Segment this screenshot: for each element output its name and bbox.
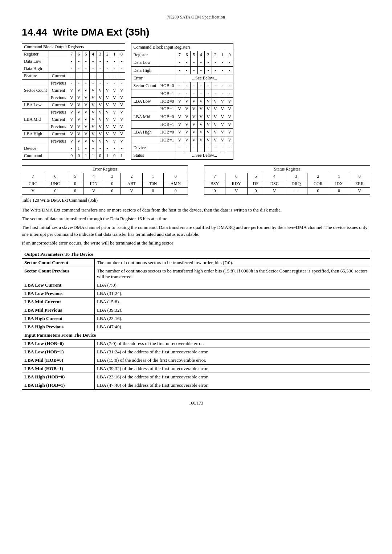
page-footer: 160/173 [22, 401, 370, 406]
parameter-table: Output Parameters To The Device Sector C… [22, 250, 370, 390]
table-row: LBA Mid (HOB=0) LBA (15:8) of the addres… [22, 356, 370, 364]
table-row: Data Low -------- [22, 58, 125, 65]
table-row: Data High -------- [22, 65, 125, 73]
table-row: Sector Count Previous The number of cont… [22, 267, 370, 281]
table-row: V 0 0 V 0 V 0 0 [22, 188, 188, 195]
status-register-table: Status Register 7 6 5 4 3 2 1 0 BSY RDY … [204, 165, 370, 195]
table-row: HOB=1 -------- [131, 90, 233, 97]
input-param-header: Input Parameters From The Device [22, 331, 370, 339]
table-caption: Table 128 Write DMA Ext Command (35h) [22, 198, 370, 203]
table-row: LBA High HOB=0 VVVVVVVV [131, 128, 233, 136]
table-row: Device -1------ [22, 145, 125, 152]
table-row: LBA Low (HOB=1) LBA (31:24) of the addre… [22, 348, 370, 356]
body-paragraph-2: The sectors of data are transferred thro… [22, 216, 370, 222]
table-row: LBA Mid HOB=0 VVVVVVVV [131, 113, 233, 120]
table-row: Previous VVVVVVVV [22, 94, 125, 102]
table-row: Data High -------- [131, 66, 233, 74]
error-register-table: Error Register 7 6 5 4 3 2 1 0 CRC UNC 0… [22, 165, 188, 195]
input-table-header: Command Block Input Registers [131, 44, 233, 51]
table-row: LBA Low Current VVVVVVVV [22, 102, 125, 109]
error-register-title: Error Register [22, 166, 188, 173]
table-row: CRC UNC 0 IDN 0 ABT T0N AMN [22, 180, 188, 188]
output-param-header: Output Parameters To The Device [22, 250, 370, 258]
table-row: HOB=1 VVVVVVVV [131, 136, 233, 144]
table-row: BSY RDY DF DSC DRQ COR IDX ERR [204, 180, 370, 188]
table-row: LBA High Previous LBA (47:40). [22, 323, 370, 331]
table-row: LBA High (HOB=1) LBA (47:40) of the addr… [22, 381, 370, 389]
table-row: Status ...See Below... [131, 152, 233, 159]
table-row: Sector Count Current The number of conti… [22, 258, 370, 267]
table-row: LBA Low HOB=0 VVVVVVVV [131, 98, 233, 105]
body-paragraph-1: The Write DMA Ext command transfers one … [22, 207, 370, 213]
command-block-tables: Command Block Output Registers Register … [22, 43, 370, 160]
input-registers-table: Command Block Input Registers Register 7… [131, 43, 233, 160]
table-row: LBA Mid Current VVVVVVVV [22, 116, 125, 123]
table-row: LBA Mid (HOB=1) LBA (39:32) of the addre… [22, 364, 370, 373]
status-register-title: Status Register [204, 166, 370, 173]
page-number: 160/173 [189, 401, 203, 406]
table-row: LBA High (HOB=0) LBA (23:16) of the addr… [22, 373, 370, 381]
table-row: Previous VVVVVVVV [22, 138, 125, 145]
table-row: Command 00110101 [22, 152, 125, 160]
table-row: Output Parameters To The Device [22, 250, 370, 258]
table-row: 7 6 5 4 3 2 1 0 [22, 173, 188, 180]
table-row: Input Parameters From The Device [22, 331, 370, 339]
table-row: LBA Mid Current LBA (15:8). [22, 297, 370, 306]
table-row: Previous VVVVVVVV [22, 109, 125, 116]
table-row: LBA Mid Previous LBA (39:32). [22, 306, 370, 314]
table-row: Error ...See Below... [131, 74, 233, 82]
table-row: 0 V 0 V - 0 0 V [204, 188, 370, 195]
header-title: 7K200 SATA OEM Specification [167, 15, 225, 20]
table-row: Sector Count Current VVVVVVVV [22, 87, 125, 94]
table-row: LBA High Current LBA (23:16). [22, 314, 370, 323]
output-table-header: Command Block Output Registers [22, 44, 125, 51]
table-row: HOB=1 VVVVVVVV [131, 105, 233, 113]
body-paragraph-3: The host initializes a slave-DMA channel… [22, 224, 370, 237]
table-row: LBA Low Current LBA (7:0). [22, 281, 370, 289]
table-row: LBA Low (HOB=0) LBA (7:0) of the address… [22, 339, 370, 348]
page-header: 7K200 SATA OEM Specification [22, 15, 370, 20]
output-registers-table: Command Block Output Registers Register … [22, 43, 125, 160]
table-row: Feature Current -------- [22, 73, 125, 80]
body-paragraph-4: If an uncorrectable error occurs, the wr… [22, 240, 370, 246]
table-row: Data Low -------- [131, 59, 233, 66]
section-title: 14.44 Write DMA Ext (35h) [22, 26, 370, 38]
table-row: Device -------- [131, 144, 233, 152]
table-row: HOB=1 VVVVVVVV [131, 121, 233, 128]
table-row: LBA Low Previous LBA (31:24). [22, 289, 370, 297]
table-row: Sector Count HOB=0 -------- [131, 82, 233, 90]
table-row: 7 6 5 4 3 2 1 0 [204, 173, 370, 180]
register-tables: Error Register 7 6 5 4 3 2 1 0 CRC UNC 0… [22, 165, 370, 195]
table-row: Previous VVVVVVVV [22, 123, 125, 131]
table-row: LBA High Current VVVVVVVV [22, 131, 125, 138]
table-row: Previous -------- [22, 80, 125, 87]
